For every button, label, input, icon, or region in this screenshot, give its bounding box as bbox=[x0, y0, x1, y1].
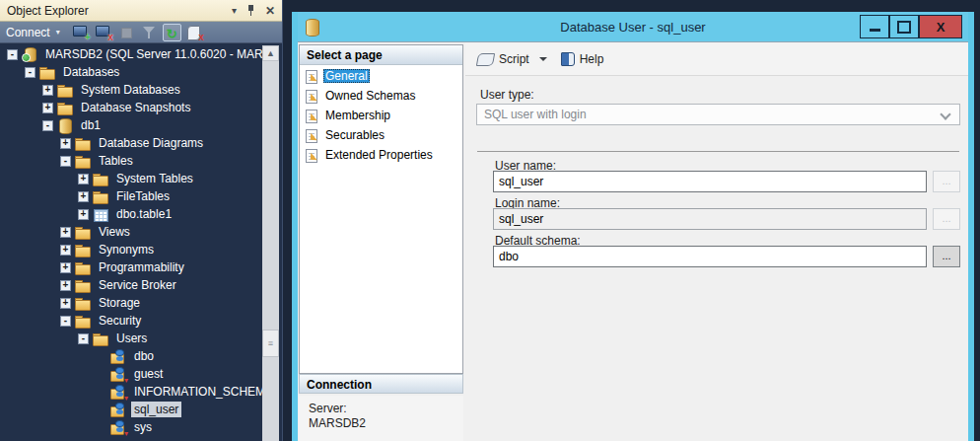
expand-toggle-icon[interactable]: + bbox=[78, 191, 89, 202]
object-explorer-toolbar: Connect ▾ bbox=[0, 22, 282, 43]
object-explorer-title: Object Explorer bbox=[7, 4, 232, 18]
minimize-button[interactable] bbox=[860, 15, 889, 38]
tree-row[interactable]: + Views bbox=[1, 223, 262, 241]
script-dropdown-icon[interactable] bbox=[539, 57, 547, 61]
page-list-item[interactable]: Membership bbox=[300, 107, 462, 124]
node-label: Views bbox=[96, 224, 133, 240]
disabled-user-arrow-icon: ▾ bbox=[124, 395, 128, 403]
expand-toggle-icon[interactable]: + bbox=[42, 103, 53, 113]
node-label: sys bbox=[131, 419, 155, 435]
login-name-input[interactable] bbox=[493, 208, 927, 230]
object-explorer-titlebar: Object Explorer ▾ ✕ bbox=[0, 0, 282, 22]
tree-row[interactable]: sql_user bbox=[1, 401, 262, 418]
tree-row[interactable]: + System Databases bbox=[1, 81, 262, 99]
user-icon: ▾ bbox=[110, 385, 126, 400]
expand-toggle-icon[interactable]: + bbox=[60, 262, 71, 273]
connection-section: Server: MARSDB2 Connection: bbox=[299, 396, 463, 441]
scrollbar-thumb[interactable]: ≡ bbox=[262, 330, 279, 357]
tree-scrollbar[interactable]: ▲ ≡ bbox=[262, 45, 279, 441]
expand-toggle-icon[interactable]: - bbox=[42, 120, 53, 131]
user-type-value: SQL user with login bbox=[484, 108, 587, 121]
expand-toggle-icon[interactable]: + bbox=[78, 174, 89, 184]
tree-row[interactable]: + System Tables bbox=[1, 170, 262, 187]
user-type-select[interactable]: SQL user with login bbox=[476, 104, 960, 125]
maximize-button[interactable] bbox=[889, 15, 919, 38]
page-list-item[interactable]: Securables bbox=[300, 126, 462, 144]
page-list: General Owned Schemas Membership Securab… bbox=[300, 67, 462, 164]
tree-row[interactable]: - Security bbox=[1, 312, 262, 330]
tree-row[interactable]: + Database Snapshots bbox=[1, 99, 262, 116]
node-label: MARSDB2 (SQL Server 11.0.6020 - MARSD bbox=[42, 46, 262, 62]
script-button[interactable]: Script bbox=[499, 52, 529, 66]
tree-row[interactable]: + Programmability bbox=[1, 258, 262, 276]
page-list-item[interactable]: Extended Properties bbox=[300, 146, 462, 164]
expand-toggle-icon[interactable]: + bbox=[60, 280, 71, 291]
tree-row[interactable]: - Users bbox=[1, 330, 262, 347]
filter-icon[interactable] bbox=[140, 24, 159, 41]
node-label: db1 bbox=[78, 117, 104, 133]
window-position-chevron-icon[interactable]: ▾ bbox=[232, 6, 237, 16]
page-list-item[interactable]: Owned Schemas bbox=[300, 87, 462, 105]
dialog-titlebar[interactable]: Database User - sql_user X bbox=[298, 12, 968, 41]
expand-toggle-icon[interactable]: + bbox=[60, 245, 71, 256]
page-label: Membership bbox=[323, 109, 392, 122]
pin-icon[interactable] bbox=[246, 4, 255, 17]
close-button[interactable]: X bbox=[919, 15, 962, 38]
folder-icon bbox=[39, 65, 55, 80]
expand-toggle-icon[interactable]: - bbox=[60, 156, 71, 167]
tree-row[interactable]: + dbo.table1 bbox=[1, 205, 262, 223]
tree-row[interactable]: + Synonyms bbox=[1, 241, 262, 258]
form-separator bbox=[477, 151, 959, 152]
tree-row[interactable]: - MARSDB2 (SQL Server 11.0.6020 - MARSD bbox=[1, 45, 262, 63]
tree-row[interactable]: + FileTables bbox=[1, 187, 262, 205]
node-label: dbo.table1 bbox=[113, 206, 175, 222]
help-button[interactable]: Help bbox=[580, 52, 604, 66]
close-panel-icon[interactable]: ✕ bbox=[265, 5, 275, 17]
page-icon bbox=[305, 69, 319, 83]
disconnect-server-icon[interactable] bbox=[95, 24, 113, 41]
expand-toggle-icon[interactable]: + bbox=[60, 138, 71, 149]
expand-toggle-icon[interactable]: - bbox=[60, 316, 71, 327]
user-type-label: User type: bbox=[480, 88, 534, 102]
tree-row[interactable]: + Storage bbox=[1, 294, 262, 312]
expand-toggle-icon[interactable]: - bbox=[78, 333, 89, 344]
disabled-user-arrow-icon: ▾ bbox=[124, 377, 128, 385]
tree: - MARSDB2 (SQL Server 11.0.6020 - MARSD … bbox=[1, 45, 262, 441]
page-label: General bbox=[323, 69, 370, 83]
expand-toggle-icon[interactable]: - bbox=[7, 49, 18, 60]
tree-row[interactable]: dbo bbox=[1, 347, 262, 365]
default-schema-input[interactable] bbox=[493, 246, 927, 267]
expand-toggle-icon[interactable]: + bbox=[60, 227, 71, 238]
tree-row[interactable]: + Database Diagrams bbox=[1, 134, 262, 152]
tree-row[interactable]: ▾ sys bbox=[1, 418, 262, 436]
tree-row[interactable]: ▾ guest bbox=[1, 365, 262, 383]
connect-dropdown-icon[interactable]: ▾ bbox=[56, 28, 60, 37]
expand-toggle-icon[interactable]: - bbox=[25, 67, 35, 78]
refresh-icon[interactable] bbox=[163, 24, 181, 41]
user-icon bbox=[110, 403, 126, 417]
user-icon: ▾ bbox=[110, 367, 126, 382]
node-label: System Tables bbox=[113, 171, 196, 186]
script-error-icon[interactable] bbox=[185, 24, 204, 41]
folder-icon bbox=[57, 101, 73, 115]
node-label: FileTables bbox=[113, 188, 173, 204]
tree-row[interactable]: + Service Broker bbox=[1, 276, 262, 294]
tree-row[interactable]: - db1 bbox=[1, 116, 262, 134]
tree-row[interactable]: - Tables bbox=[1, 152, 262, 170]
tree-row[interactable]: - Databases bbox=[1, 63, 262, 81]
page-list-item[interactable]: General bbox=[300, 67, 462, 85]
node-label: Database Snapshots bbox=[78, 100, 193, 115]
user-name-input[interactable] bbox=[493, 171, 927, 192]
tree-row[interactable]: ▾ INFORMATION_SCHEMA bbox=[1, 383, 262, 401]
server-value: MARSDB2 bbox=[309, 416, 454, 431]
folder-icon bbox=[93, 331, 108, 346]
connect-server-icon[interactable] bbox=[72, 24, 91, 41]
expand-toggle-icon[interactable]: + bbox=[42, 85, 53, 96]
node-label: sql_user bbox=[131, 402, 181, 417]
scrollbar-up-icon[interactable]: ▲ bbox=[262, 45, 279, 61]
default-schema-browse-button[interactable]: ... bbox=[933, 246, 960, 267]
connect-button[interactable]: Connect bbox=[6, 26, 50, 39]
dialog-body: Select a page General Owned Schemas Memb… bbox=[298, 41, 968, 441]
expand-toggle-icon[interactable]: + bbox=[78, 209, 89, 220]
expand-toggle-icon[interactable]: + bbox=[60, 298, 71, 309]
